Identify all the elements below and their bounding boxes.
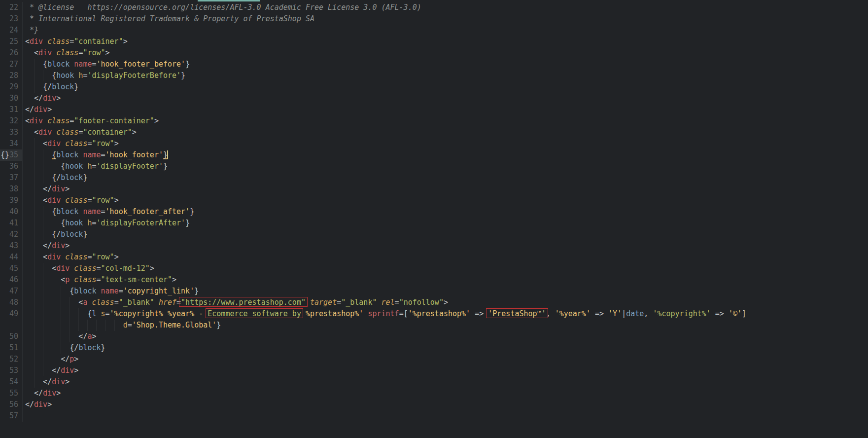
code-line[interactable]: 50 </a> bbox=[0, 331, 868, 342]
line-number[interactable]: 37 bbox=[0, 172, 23, 183]
indent-guide bbox=[34, 161, 35, 172]
line-number[interactable]: 30 bbox=[0, 93, 23, 104]
code-line[interactable]: 36 {hook h='displayFooter'} bbox=[0, 161, 868, 172]
line-number[interactable]: 42 bbox=[0, 229, 23, 240]
line-number[interactable] bbox=[0, 320, 23, 331]
code-line[interactable]: 56</div> bbox=[0, 399, 868, 410]
code-token: > bbox=[74, 366, 78, 375]
line-number[interactable]: 26 bbox=[0, 47, 23, 59]
line-number[interactable]: 57 bbox=[0, 410, 23, 422]
line-number[interactable]: 28 bbox=[0, 70, 23, 81]
line-number[interactable]: 23 bbox=[0, 13, 23, 25]
code-token bbox=[52, 128, 56, 137]
code-text: <div class="row"> bbox=[23, 252, 868, 263]
line-number[interactable]: 45 bbox=[0, 263, 23, 274]
line-number[interactable]: 39 bbox=[0, 195, 23, 206]
code-line[interactable]: 30 </div> bbox=[0, 93, 868, 104]
code-line[interactable]: 32<div class="footer-container"> bbox=[0, 115, 868, 127]
code-line[interactable]: 48 <a class="_blank" href="https://www.p… bbox=[0, 297, 868, 308]
code-line[interactable]: 25<div class="container"> bbox=[0, 36, 868, 47]
code-text: {/block} bbox=[23, 172, 868, 183]
code-line[interactable]: 54 </div> bbox=[0, 376, 868, 388]
indent-guide bbox=[43, 342, 43, 354]
code-line[interactable]: 45 <div class="col-md-12"> bbox=[0, 263, 868, 274]
line-number[interactable]: 48 bbox=[0, 297, 23, 308]
code-line[interactable]: 34 <div class="row"> bbox=[0, 138, 868, 149]
code-token: div bbox=[43, 94, 56, 103]
line-number[interactable]: 36 bbox=[0, 161, 23, 172]
code-line[interactable]: 29 {/block} bbox=[0, 81, 868, 93]
code-area[interactable]: 22 * @license https://opensource.org/lic… bbox=[0, 0, 868, 422]
code-line[interactable]: d='Shop.Theme.Global'} bbox=[0, 320, 868, 331]
line-number[interactable]: 46 bbox=[0, 274, 23, 286]
code-line[interactable]: 33 <div class="container"> bbox=[0, 127, 868, 138]
code-line[interactable]: 40 {block name='hook_footer_after'} bbox=[0, 206, 868, 218]
code-line[interactable]: 49 {l s='%copyright% %year% - Ecommerce … bbox=[0, 308, 868, 320]
code-token: < bbox=[25, 253, 47, 261]
line-number[interactable]: 44 bbox=[0, 252, 23, 263]
line-number[interactable]: 51 bbox=[0, 342, 23, 354]
code-token: < bbox=[25, 196, 47, 205]
code-line[interactable]: {}35 {block name='hook_footer'} bbox=[0, 149, 868, 161]
line-number[interactable]: 38 bbox=[0, 183, 23, 195]
code-token: l bbox=[92, 309, 96, 318]
code-line[interactable]: 31</div> bbox=[0, 104, 868, 115]
code-line[interactable]: 52 </p> bbox=[0, 354, 868, 365]
code-line[interactable]: 26 <div class="row"> bbox=[0, 47, 868, 59]
code-line[interactable]: 24 *} bbox=[0, 25, 868, 36]
line-number[interactable]: 27 bbox=[0, 59, 23, 70]
code-token: } bbox=[185, 60, 190, 69]
code-token: < bbox=[25, 128, 38, 137]
code-line[interactable]: 53 </div> bbox=[0, 365, 868, 376]
code-line[interactable]: 37 {/block} bbox=[0, 172, 868, 183]
line-number[interactable]: 25 bbox=[0, 36, 23, 47]
line-number[interactable]: 55 bbox=[0, 388, 23, 399]
line-number[interactable]: 50 bbox=[0, 331, 23, 342]
line-number[interactable]: 29 bbox=[0, 81, 23, 93]
line-number[interactable]: 32 bbox=[0, 115, 23, 127]
code-line[interactable]: 42 {/block} bbox=[0, 229, 868, 240]
line-number[interactable]: 49 bbox=[0, 308, 23, 320]
indent-guide bbox=[52, 308, 52, 320]
line-number[interactable]: {}35 bbox=[0, 149, 23, 161]
code-text: * @license https://opensource.org/licens… bbox=[23, 2, 868, 13]
code-line[interactable]: 44 <div class="row"> bbox=[0, 252, 868, 263]
code-token: rel bbox=[382, 298, 395, 307]
code-line[interactable]: 55 </div> bbox=[0, 388, 868, 399]
line-number[interactable]: 43 bbox=[0, 240, 23, 252]
active-tab-indicator[interactable] bbox=[198, 0, 260, 1]
line-number[interactable]: 47 bbox=[0, 286, 23, 297]
code-line[interactable]: 27 {block name='hook_footer_before'} bbox=[0, 59, 868, 70]
code-token: </ bbox=[25, 389, 43, 398]
code-line[interactable]: 57 bbox=[0, 410, 868, 422]
code-token: "container" bbox=[74, 37, 123, 46]
code-line[interactable]: 38 </div> bbox=[0, 183, 868, 195]
code-line[interactable]: 41 {hook h='displayFooterAfter'} bbox=[0, 218, 868, 229]
line-number[interactable]: 24 bbox=[0, 25, 23, 36]
line-number[interactable]: 56 bbox=[0, 399, 23, 410]
code-token: } bbox=[185, 219, 190, 227]
line-number[interactable]: 52 bbox=[0, 354, 23, 365]
code-line[interactable]: 39 <div class="row"> bbox=[0, 195, 868, 206]
code-token: => bbox=[590, 309, 608, 318]
line-number[interactable]: 40 bbox=[0, 206, 23, 218]
code-line[interactable]: 28 {hook h='displayFooterBefore'} bbox=[0, 70, 868, 81]
line-number[interactable]: 33 bbox=[0, 127, 23, 138]
line-number[interactable]: 31 bbox=[0, 104, 23, 115]
code-token: } bbox=[216, 321, 221, 329]
line-number[interactable]: 22 bbox=[0, 2, 23, 13]
code-token: } bbox=[83, 230, 87, 239]
code-line[interactable]: 43 </div> bbox=[0, 240, 868, 252]
code-line[interactable]: 22 * @license https://opensource.org/lic… bbox=[0, 2, 868, 13]
code-token: < bbox=[25, 37, 30, 46]
line-number[interactable]: 53 bbox=[0, 365, 23, 376]
code-line[interactable]: 47 {block name='copyright_link'} bbox=[0, 286, 868, 297]
line-number[interactable]: 41 bbox=[0, 218, 23, 229]
code-line[interactable]: 23 * International Registered Trademark … bbox=[0, 13, 868, 25]
code-token: target bbox=[310, 298, 337, 307]
line-number[interactable]: 54 bbox=[0, 376, 23, 388]
code-line[interactable]: 46 <p class="text-sm-center"> bbox=[0, 274, 868, 286]
code-line[interactable]: 51 {/block} bbox=[0, 342, 868, 354]
indent-guide bbox=[34, 195, 35, 206]
line-number[interactable]: 34 bbox=[0, 138, 23, 149]
